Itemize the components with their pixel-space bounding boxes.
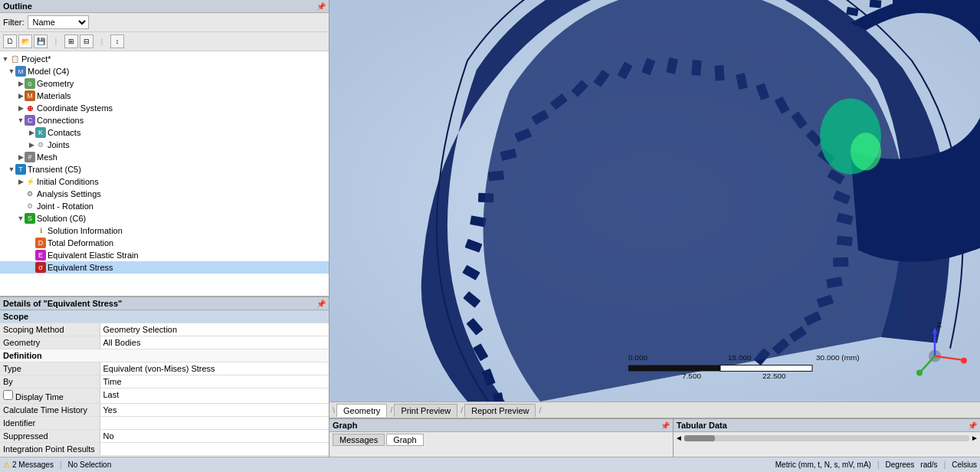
tab-sep-left: \ xyxy=(333,405,335,415)
scroll-track[interactable] xyxy=(684,435,969,441)
tree-item-connections[interactable]: ▼ C Connections xyxy=(0,114,329,126)
outline-toolbar: 🗋 📂 💾 | ⊞ ⊟ | ↕ xyxy=(0,32,329,51)
svg-text:15.000: 15.000 xyxy=(728,353,752,362)
status-right: Metric (mm, t, N, s, mV, mA) | Degrees r… xyxy=(775,461,977,469)
degrees-label: Degrees xyxy=(886,461,915,469)
expand-initcond[interactable]: ▶ xyxy=(17,178,25,185)
tab-sep-2: / xyxy=(461,405,463,415)
messages-tab[interactable]: Messages xyxy=(333,434,385,446)
key-calctimehist: Calculate Time History xyxy=(0,404,100,417)
tree-item-eqstress[interactable]: ▶ σ Equivalent Stress xyxy=(0,261,329,274)
svg-text:7.500: 7.500 xyxy=(682,372,701,380)
solinfo-icon: ℹ xyxy=(35,225,46,236)
model-icon: M xyxy=(15,66,26,77)
scroll-thumb[interactable] xyxy=(684,435,715,441)
open-icon[interactable]: 📂 xyxy=(18,34,32,48)
scroll-right-btn[interactable]: ► xyxy=(971,434,978,442)
tabular-scroll: ◄ ► xyxy=(674,432,980,444)
new-icon[interactable]: 🗋 xyxy=(3,34,17,48)
expand-solution[interactable]: ▼ xyxy=(17,215,25,222)
expand-icon[interactable]: ⊞ xyxy=(64,34,78,48)
displaytime-checkbox[interactable] xyxy=(3,390,13,400)
geometry-label: Geometry xyxy=(37,79,74,88)
tree-item-contacts[interactable]: ▶ K Contacts xyxy=(0,126,329,139)
model-label: Model (C4) xyxy=(28,67,69,76)
tree-item-coord[interactable]: ▶ ⊕ Coordinate Systems xyxy=(0,102,329,114)
coord-label: Coordinate Systems xyxy=(37,103,113,113)
val-displaytime: Last xyxy=(100,388,329,404)
expand-joints[interactable]: ▶ xyxy=(28,141,35,149)
section-scope: Scope xyxy=(0,310,329,323)
graph-pin-icon[interactable]: 📌 xyxy=(660,421,670,430)
solution-label: Solution (C6) xyxy=(37,214,86,223)
svg-point-73 xyxy=(916,369,923,375)
expand-connections[interactable]: ▼ xyxy=(17,116,25,124)
details-title: Details of "Equivalent Stress" xyxy=(3,299,122,308)
save-icon[interactable]: 💾 xyxy=(34,34,48,48)
table-row: Scoping Method Geometry Selection xyxy=(0,323,329,336)
initcond-label: Initial Conditions xyxy=(37,177,99,186)
expand-geometry[interactable]: ▶ xyxy=(17,80,25,87)
joints-icon: ⚙ xyxy=(35,139,46,150)
graph-tab[interactable]: Graph xyxy=(386,434,424,446)
tree-item-jointrot[interactable]: ▶ ⚙ Joint - Rotation xyxy=(0,200,329,212)
coord-icon: ⊕ xyxy=(25,103,35,113)
eqstress-label: Equivalent Stress xyxy=(48,263,113,272)
tree-item-initcond[interactable]: ▶ ⚡ Initial Conditions xyxy=(0,175,329,188)
rad-label: rad/s xyxy=(920,461,937,469)
tab-report-preview[interactable]: Report Preview xyxy=(464,404,536,417)
tree-item-joints[interactable]: ▶ ⚙ Joints xyxy=(0,139,329,151)
tabular-title: Tabular Data xyxy=(677,421,727,430)
transient-label: Transient (C5) xyxy=(28,165,81,174)
contacts-label: Contacts xyxy=(48,128,80,137)
details-pin-icon[interactable]: 📌 xyxy=(316,300,326,308)
analysis-icon: ⚙ xyxy=(25,188,35,199)
tree-item-transient[interactable]: ▼ T Transient (C5) xyxy=(0,163,329,175)
sort-icon[interactable]: ↕ xyxy=(110,34,124,48)
tree-item-analysis[interactable]: ▶ ⚙ Analysis Settings xyxy=(0,188,329,200)
expand-transient[interactable]: ▼ xyxy=(8,166,15,173)
tab-print-preview[interactable]: Print Preview xyxy=(394,404,457,417)
viewport-tabs: \ Geometry / Print Preview / Report Prev… xyxy=(329,402,980,418)
expand-coord[interactable]: ▶ xyxy=(17,104,25,112)
val-identifier xyxy=(100,417,329,430)
table-row: Suppressed No xyxy=(0,430,329,443)
tree-item-solinfo[interactable]: ▶ ℹ Solution Information xyxy=(0,225,329,237)
graph-header: Graph 📌 xyxy=(329,419,673,432)
solinfo-label: Solution Information xyxy=(48,226,123,235)
filter-bar: Filter: Name Type xyxy=(0,13,329,32)
tree-item-materials[interactable]: ▶ M Materials xyxy=(0,90,329,102)
expand-project[interactable]: ▼ xyxy=(2,55,9,63)
tabular-pin-icon[interactable]: 📌 xyxy=(968,421,977,430)
eqstrain-label: Equivalent Elastic Strain xyxy=(48,251,139,260)
tree-item-mesh[interactable]: ▶ # Mesh xyxy=(0,151,329,163)
tree-item-model[interactable]: ▼ M Model (C4) xyxy=(0,65,329,77)
key-intpointres: Integration Point Results xyxy=(0,443,100,456)
expand-model[interactable]: ▼ xyxy=(8,67,15,75)
expand-materials[interactable]: ▶ xyxy=(17,92,25,100)
filter-select[interactable]: Name Type xyxy=(28,15,89,29)
val-scoping: Geometry Selection xyxy=(100,323,329,336)
tab-geometry[interactable]: Geometry xyxy=(336,404,387,417)
scroll-left-btn[interactable]: ◄ xyxy=(675,434,683,442)
message-count: 2 Messages xyxy=(12,461,54,469)
project-label: Project* xyxy=(21,54,51,64)
tree-item-project[interactable]: ▼ 📋 Project* xyxy=(0,53,329,65)
expand-mesh[interactable]: ▶ xyxy=(17,153,25,161)
tree-item-totaldef[interactable]: ▶ D Total Deformation xyxy=(0,237,329,249)
tree-item-solution[interactable]: ▼ S Solution (C6) xyxy=(0,212,329,225)
outline-header: Outline 📌 xyxy=(0,0,329,13)
contacts-icon: K xyxy=(35,127,46,138)
jointrot-label: Joint - Rotation xyxy=(37,202,93,211)
tree-item-geometry[interactable]: ▶ G Geometry xyxy=(0,77,329,90)
connections-icon: C xyxy=(25,115,35,126)
tree-item-eqstrain[interactable]: ▶ E Equivalent Elastic Strain xyxy=(0,249,329,261)
pin-icon[interactable]: 📌 xyxy=(316,2,326,11)
table-row: Integration Point Results xyxy=(0,443,329,456)
materials-label: Materials xyxy=(37,91,71,100)
collapse-icon[interactable]: ⊟ xyxy=(80,34,93,48)
graph-title: Graph xyxy=(333,421,357,430)
details-table-container: Scope Scoping Method Geometry Selection … xyxy=(0,310,329,457)
expand-contacts[interactable]: ▶ xyxy=(28,129,35,136)
viewport-3d[interactable]: ANSYS 2019 R1 ACADEMIC C: Worm Gear Equi… xyxy=(329,0,980,402)
